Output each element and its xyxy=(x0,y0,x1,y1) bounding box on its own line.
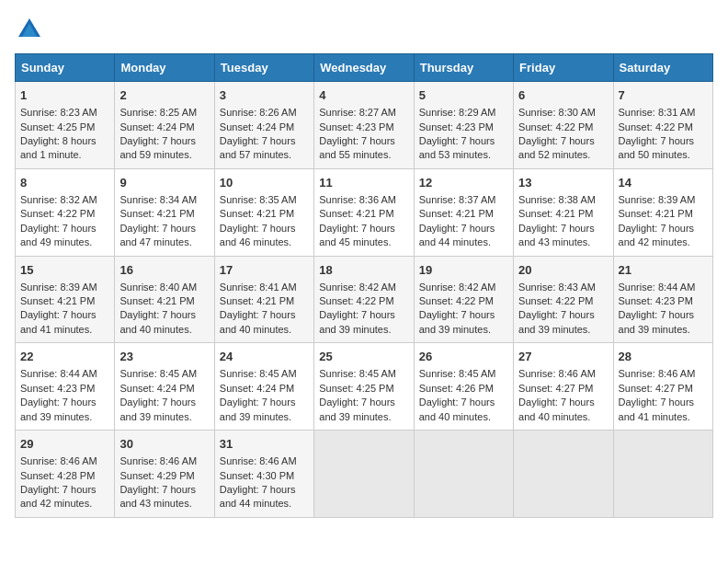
day-info-line: Sunset: 4:21 PM xyxy=(319,207,408,221)
day-info-line: Sunset: 4:22 PM xyxy=(518,294,608,308)
calendar-cell xyxy=(314,431,414,518)
day-info-line: Sunset: 4:23 PM xyxy=(319,121,408,134)
day-info-line: Sunrise: 8:31 AM xyxy=(619,106,708,120)
day-number: 12 xyxy=(419,175,508,191)
day-number: 7 xyxy=(619,87,708,104)
day-info-line: and 55 minutes. xyxy=(319,148,408,162)
calendar-cell: 18Sunrise: 8:42 AMSunset: 4:22 PMDayligh… xyxy=(314,256,414,343)
day-info-line: Sunset: 4:24 PM xyxy=(220,121,309,134)
day-info-line: and 44 minutes. xyxy=(419,236,508,249)
day-number: 21 xyxy=(619,262,708,279)
weekday-monday: Monday xyxy=(115,54,214,82)
day-info-line: Sunrise: 8:45 AM xyxy=(220,367,309,381)
weekday-saturday: Saturday xyxy=(613,54,712,82)
day-info-line: Sunrise: 8:46 AM xyxy=(518,367,608,381)
day-info-line: Sunset: 4:21 PM xyxy=(220,207,309,221)
weekday-thursday: Thursday xyxy=(414,54,513,82)
page-header xyxy=(15,15,713,44)
day-info-line: Daylight: 7 hours xyxy=(220,222,309,236)
calendar-cell: 4Sunrise: 8:27 AMSunset: 4:23 PMDaylight… xyxy=(314,82,414,169)
day-number: 30 xyxy=(119,436,209,453)
calendar-cell: 25Sunrise: 8:45 AMSunset: 4:25 PMDayligh… xyxy=(314,343,414,431)
day-info-line: Daylight: 7 hours xyxy=(619,222,708,236)
day-info-line: Daylight: 8 hours xyxy=(20,134,109,148)
calendar-cell xyxy=(414,431,513,518)
day-info-line: and 39 minutes. xyxy=(119,410,209,424)
calendar-cell: 15Sunrise: 8:39 AMSunset: 4:21 PMDayligh… xyxy=(16,256,115,343)
day-info-line: Sunset: 4:21 PM xyxy=(119,207,209,221)
day-info-line: and 40 minutes. xyxy=(419,410,508,424)
day-info-line: and 39 minutes. xyxy=(518,323,608,337)
day-info-line: Sunrise: 8:42 AM xyxy=(419,281,508,294)
day-number: 31 xyxy=(220,436,309,453)
day-info-line: Sunset: 4:28 PM xyxy=(20,469,109,483)
day-number: 26 xyxy=(419,349,508,365)
calendar-cell: 20Sunrise: 8:43 AMSunset: 4:22 PMDayligh… xyxy=(514,256,613,343)
day-info-line: Sunset: 4:22 PM xyxy=(419,294,508,308)
day-info-line: Daylight: 7 hours xyxy=(619,134,708,148)
calendar-cell: 1Sunrise: 8:23 AMSunset: 4:25 PMDaylight… xyxy=(16,82,115,169)
day-info-line: Daylight: 7 hours xyxy=(220,134,309,148)
day-info-line: Sunset: 4:21 PM xyxy=(20,294,109,308)
calendar-cell: 31Sunrise: 8:46 AMSunset: 4:30 PMDayligh… xyxy=(214,431,313,518)
day-info-line: Sunrise: 8:37 AM xyxy=(419,193,508,207)
day-info-line: Sunrise: 8:39 AM xyxy=(619,193,708,207)
day-info-line: Sunrise: 8:45 AM xyxy=(119,367,209,381)
day-info-line: Daylight: 7 hours xyxy=(119,308,209,322)
calendar-cell: 23Sunrise: 8:45 AMSunset: 4:24 PMDayligh… xyxy=(115,343,214,431)
day-info-line: and 40 minutes. xyxy=(220,323,309,337)
day-info-line: and 40 minutes. xyxy=(119,323,209,337)
day-info-line: Sunset: 4:23 PM xyxy=(20,382,109,396)
day-info-line: Daylight: 7 hours xyxy=(518,222,608,236)
day-number: 15 xyxy=(20,262,109,279)
day-info-line: and 39 minutes. xyxy=(20,410,109,424)
day-info-line: Daylight: 7 hours xyxy=(319,396,408,409)
calendar-cell: 5Sunrise: 8:29 AMSunset: 4:23 PMDaylight… xyxy=(414,82,513,169)
calendar-cell: 8Sunrise: 8:32 AMSunset: 4:22 PMDaylight… xyxy=(16,168,115,256)
day-info-line: Sunrise: 8:23 AM xyxy=(20,106,109,120)
day-info-line: and 44 minutes. xyxy=(220,497,309,511)
day-number: 22 xyxy=(20,349,109,365)
day-number: 13 xyxy=(518,175,608,191)
day-info-line: and 42 minutes. xyxy=(20,497,109,511)
day-info-line: Sunset: 4:27 PM xyxy=(619,382,708,396)
logo-icon xyxy=(15,15,44,44)
day-info-line: Sunrise: 8:32 AM xyxy=(20,193,109,207)
calendar-cell: 28Sunrise: 8:46 AMSunset: 4:27 PMDayligh… xyxy=(613,343,712,431)
day-info-line: Daylight: 7 hours xyxy=(319,308,408,322)
day-info-line: and 45 minutes. xyxy=(319,236,408,249)
day-number: 1 xyxy=(20,87,109,104)
day-info-line: Sunrise: 8:35 AM xyxy=(220,193,309,207)
day-info-line: Sunset: 4:25 PM xyxy=(20,121,109,134)
calendar-week-2: 8Sunrise: 8:32 AMSunset: 4:22 PMDaylight… xyxy=(16,168,713,256)
calendar-cell: 17Sunrise: 8:41 AMSunset: 4:21 PMDayligh… xyxy=(214,256,313,343)
day-info-line: Sunset: 4:21 PM xyxy=(119,294,209,308)
day-info-line: Sunrise: 8:25 AM xyxy=(119,106,209,120)
day-info-line: and 39 minutes. xyxy=(319,323,408,337)
day-number: 28 xyxy=(619,349,708,365)
day-info-line: Daylight: 7 hours xyxy=(619,396,708,409)
calendar-week-1: 1Sunrise: 8:23 AMSunset: 4:25 PMDaylight… xyxy=(16,82,713,169)
calendar-cell: 30Sunrise: 8:46 AMSunset: 4:29 PMDayligh… xyxy=(115,431,214,518)
day-number: 27 xyxy=(518,349,608,365)
calendar-cell: 19Sunrise: 8:42 AMSunset: 4:22 PMDayligh… xyxy=(414,256,513,343)
day-info-line: Sunrise: 8:42 AM xyxy=(319,281,408,294)
day-info-line: Sunrise: 8:46 AM xyxy=(119,454,209,468)
day-info-line: Sunrise: 8:36 AM xyxy=(319,193,408,207)
day-info-line: and 59 minutes. xyxy=(119,148,209,162)
calendar-cell: 22Sunrise: 8:44 AMSunset: 4:23 PMDayligh… xyxy=(16,343,115,431)
day-info-line: Sunrise: 8:46 AM xyxy=(220,454,309,468)
day-info-line: and 43 minutes. xyxy=(119,497,209,511)
calendar-cell: 11Sunrise: 8:36 AMSunset: 4:21 PMDayligh… xyxy=(314,168,414,256)
day-info-line: Sunrise: 8:38 AM xyxy=(518,193,608,207)
day-info-line: Daylight: 7 hours xyxy=(220,483,309,497)
day-number: 20 xyxy=(518,262,608,279)
day-info-line: Sunset: 4:30 PM xyxy=(220,469,309,483)
day-info-line: and 41 minutes. xyxy=(619,410,708,424)
calendar-body: 1Sunrise: 8:23 AMSunset: 4:25 PMDaylight… xyxy=(16,82,713,518)
day-info-line: Sunset: 4:21 PM xyxy=(518,207,608,221)
day-info-line: and 40 minutes. xyxy=(518,410,608,424)
day-info-line: Sunset: 4:25 PM xyxy=(319,382,408,396)
day-info-line: Sunset: 4:21 PM xyxy=(419,207,508,221)
day-info-line: Sunrise: 8:45 AM xyxy=(419,367,508,381)
